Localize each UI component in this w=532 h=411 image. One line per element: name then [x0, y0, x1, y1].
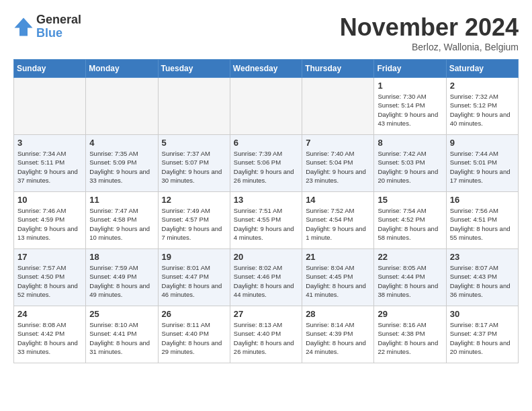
day-info: Sunrise: 7:47 AMSunset: 4:58 PMDaylight:… — [89, 206, 154, 242]
title-section: November 2024 Berloz, Wallonia, Belgium — [340, 13, 519, 52]
logo-general-text: General — [36, 13, 81, 27]
calendar-cell: 19Sunrise: 8:01 AMSunset: 4:47 PMDayligh… — [158, 249, 230, 306]
calendar-cell: 25Sunrise: 8:10 AMSunset: 4:41 PMDayligh… — [86, 306, 158, 363]
calendar-cell: 30Sunrise: 8:17 AMSunset: 4:37 PMDayligh… — [446, 306, 518, 363]
weekday-header-saturday: Saturday — [446, 60, 518, 78]
month-year-title: November 2024 — [340, 13, 519, 42]
weekday-header-wednesday: Wednesday — [230, 60, 302, 78]
day-info: Sunrise: 7:37 AMSunset: 5:07 PMDaylight:… — [162, 149, 226, 185]
day-number: 28 — [306, 309, 370, 319]
day-info: Sunrise: 8:16 AMSunset: 4:38 PMDaylight:… — [378, 320, 442, 356]
day-info: Sunrise: 8:13 AMSunset: 4:40 PMDaylight:… — [234, 320, 298, 356]
day-number: 30 — [450, 309, 515, 319]
day-info: Sunrise: 7:46 AMSunset: 4:59 PMDaylight:… — [17, 206, 82, 242]
day-number: 9 — [450, 138, 515, 148]
day-number: 22 — [378, 252, 442, 262]
calendar-table: SundayMondayTuesdayWednesdayThursdayFrid… — [13, 59, 519, 363]
day-number: 26 — [162, 309, 226, 319]
calendar-cell: 12Sunrise: 7:49 AMSunset: 4:57 PMDayligh… — [158, 192, 230, 249]
day-number: 19 — [162, 252, 226, 262]
calendar-cell: 18Sunrise: 7:59 AMSunset: 4:49 PMDayligh… — [86, 249, 158, 306]
svg-marker-0 — [15, 17, 33, 36]
day-number: 27 — [234, 309, 298, 319]
calendar-cell: 5Sunrise: 7:37 AMSunset: 5:07 PMDaylight… — [158, 135, 230, 192]
day-number: 4 — [89, 138, 154, 148]
calendar-cell: 29Sunrise: 8:16 AMSunset: 4:38 PMDayligh… — [374, 306, 446, 363]
day-info: Sunrise: 7:57 AMSunset: 4:50 PMDaylight:… — [17, 263, 82, 299]
weekday-header-friday: Friday — [374, 60, 446, 78]
day-number: 29 — [378, 309, 442, 319]
calendar-cell: 13Sunrise: 7:51 AMSunset: 4:55 PMDayligh… — [230, 192, 302, 249]
weekday-header-row: SundayMondayTuesdayWednesdayThursdayFrid… — [14, 60, 519, 78]
calendar-week-2: 3Sunrise: 7:34 AMSunset: 5:11 PMDaylight… — [14, 135, 519, 192]
calendar-cell: 26Sunrise: 8:11 AMSunset: 4:40 PMDayligh… — [158, 306, 230, 363]
day-number: 10 — [17, 195, 82, 205]
day-info: Sunrise: 7:42 AMSunset: 5:03 PMDaylight:… — [378, 149, 442, 185]
calendar-cell: 6Sunrise: 7:39 AMSunset: 5:06 PMDaylight… — [230, 135, 302, 192]
calendar-cell: 11Sunrise: 7:47 AMSunset: 4:58 PMDayligh… — [86, 192, 158, 249]
calendar-cell: 28Sunrise: 8:14 AMSunset: 4:39 PMDayligh… — [302, 306, 374, 363]
day-number: 14 — [306, 195, 370, 205]
logo-blue-text: Blue — [36, 27, 81, 40]
day-info: Sunrise: 7:49 AMSunset: 4:57 PMDaylight:… — [162, 206, 226, 242]
calendar-cell: 16Sunrise: 7:56 AMSunset: 4:51 PMDayligh… — [446, 192, 518, 249]
calendar-cell: 27Sunrise: 8:13 AMSunset: 4:40 PMDayligh… — [230, 306, 302, 363]
day-number: 12 — [162, 195, 226, 205]
day-number: 1 — [378, 81, 442, 91]
day-info: Sunrise: 7:51 AMSunset: 4:55 PMDaylight:… — [234, 206, 298, 242]
day-info: Sunrise: 7:56 AMSunset: 4:51 PMDaylight:… — [450, 206, 515, 242]
day-info: Sunrise: 8:02 AMSunset: 4:46 PMDaylight:… — [234, 263, 298, 299]
day-info: Sunrise: 8:04 AMSunset: 4:45 PMDaylight:… — [306, 263, 370, 299]
day-info: Sunrise: 7:34 AMSunset: 5:11 PMDaylight:… — [17, 149, 82, 185]
day-info: Sunrise: 7:44 AMSunset: 5:01 PMDaylight:… — [450, 149, 515, 185]
day-info: Sunrise: 8:07 AMSunset: 4:43 PMDaylight:… — [450, 263, 515, 299]
day-number: 2 — [450, 81, 515, 91]
day-number: 8 — [378, 138, 442, 148]
day-number: 6 — [234, 138, 298, 148]
calendar-cell — [14, 78, 86, 135]
calendar-week-1: 1Sunrise: 7:30 AMSunset: 5:14 PMDaylight… — [14, 78, 519, 135]
day-number: 11 — [89, 195, 154, 205]
day-number: 7 — [306, 138, 370, 148]
day-info: Sunrise: 8:11 AMSunset: 4:40 PMDaylight:… — [162, 320, 226, 356]
day-info: Sunrise: 7:35 AMSunset: 5:09 PMDaylight:… — [89, 149, 154, 185]
day-info: Sunrise: 7:54 AMSunset: 4:52 PMDaylight:… — [378, 206, 442, 242]
day-info: Sunrise: 7:40 AMSunset: 5:04 PMDaylight:… — [306, 149, 370, 185]
day-number: 15 — [378, 195, 442, 205]
calendar-cell: 20Sunrise: 8:02 AMSunset: 4:46 PMDayligh… — [230, 249, 302, 306]
calendar-cell: 15Sunrise: 7:54 AMSunset: 4:52 PMDayligh… — [374, 192, 446, 249]
calendar-cell: 4Sunrise: 7:35 AMSunset: 5:09 PMDaylight… — [86, 135, 158, 192]
day-info: Sunrise: 7:30 AMSunset: 5:14 PMDaylight:… — [378, 92, 442, 128]
calendar-cell: 7Sunrise: 7:40 AMSunset: 5:04 PMDaylight… — [302, 135, 374, 192]
day-info: Sunrise: 8:05 AMSunset: 4:44 PMDaylight:… — [378, 263, 442, 299]
calendar-cell: 3Sunrise: 7:34 AMSunset: 5:11 PMDaylight… — [14, 135, 86, 192]
weekday-header-monday: Monday — [86, 60, 158, 78]
day-info: Sunrise: 7:39 AMSunset: 5:06 PMDaylight:… — [234, 149, 298, 185]
logo: General Blue — [13, 13, 81, 40]
day-number: 25 — [89, 309, 154, 319]
day-info: Sunrise: 8:01 AMSunset: 4:47 PMDaylight:… — [162, 263, 226, 299]
calendar-cell — [302, 78, 374, 135]
calendar-week-4: 17Sunrise: 7:57 AMSunset: 4:50 PMDayligh… — [14, 249, 519, 306]
weekday-header-tuesday: Tuesday — [158, 60, 230, 78]
calendar-cell: 8Sunrise: 7:42 AMSunset: 5:03 PMDaylight… — [374, 135, 446, 192]
day-info: Sunrise: 8:10 AMSunset: 4:41 PMDaylight:… — [89, 320, 154, 356]
day-number: 24 — [17, 309, 82, 319]
day-info: Sunrise: 7:32 AMSunset: 5:12 PMDaylight:… — [450, 92, 515, 128]
calendar-week-3: 10Sunrise: 7:46 AMSunset: 4:59 PMDayligh… — [14, 192, 519, 249]
calendar-cell: 17Sunrise: 7:57 AMSunset: 4:50 PMDayligh… — [14, 249, 86, 306]
day-number: 20 — [234, 252, 298, 262]
day-info: Sunrise: 7:52 AMSunset: 4:54 PMDaylight:… — [306, 206, 370, 242]
day-number: 16 — [450, 195, 515, 205]
location-subtitle: Berloz, Wallonia, Belgium — [340, 42, 519, 52]
calendar-cell: 21Sunrise: 8:04 AMSunset: 4:45 PMDayligh… — [302, 249, 374, 306]
calendar-cell: 24Sunrise: 8:08 AMSunset: 4:42 PMDayligh… — [14, 306, 86, 363]
day-number: 17 — [17, 252, 82, 262]
day-number: 3 — [17, 138, 82, 148]
calendar-cell: 2Sunrise: 7:32 AMSunset: 5:12 PMDaylight… — [446, 78, 518, 135]
day-number: 23 — [450, 252, 515, 262]
logo-icon — [13, 17, 34, 37]
logo-text: General Blue — [36, 13, 81, 40]
calendar-body: 1Sunrise: 7:30 AMSunset: 5:14 PMDaylight… — [14, 78, 519, 363]
calendar-week-5: 24Sunrise: 8:08 AMSunset: 4:42 PMDayligh… — [14, 306, 519, 363]
